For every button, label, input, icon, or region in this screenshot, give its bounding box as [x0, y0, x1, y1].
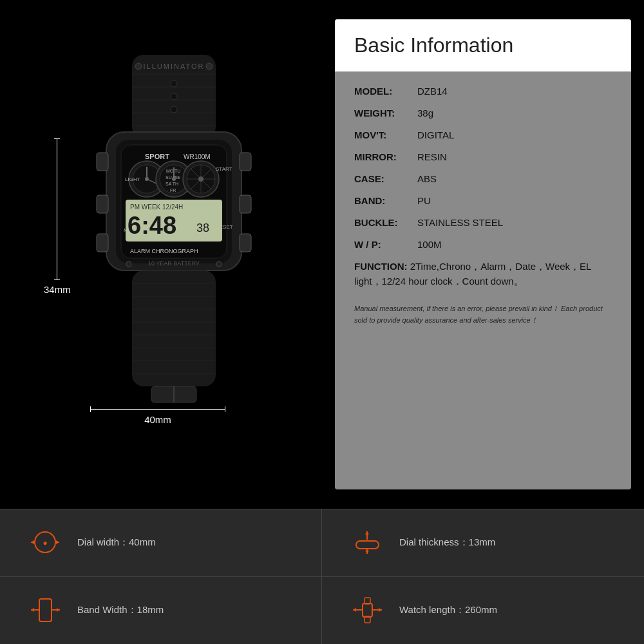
svg-point-53 [126, 261, 131, 267]
info-title-bar: Basic Information [335, 19, 631, 71]
info-val-3: RESIN [417, 150, 447, 164]
info-val-5: PU [417, 194, 431, 207]
main-content: 34mm 40mm [0, 0, 644, 509]
svg-text:ALARM    CHRONOGRAPH: ALARM CHRONOGRAPH [130, 248, 198, 254]
svg-rect-14 [97, 195, 108, 213]
svg-marker-69 [31, 540, 34, 544]
info-row-2: MOV'T:DIGITAL [354, 128, 612, 142]
svg-point-42 [198, 176, 204, 182]
svg-rect-17 [240, 195, 251, 213]
info-key-3: MIRROR: [354, 150, 412, 164]
info-row-3: MIRROR:RESIN [354, 150, 612, 164]
spec-label-3: Watch length：260mm [399, 604, 497, 616]
spec-label-2: Band Width：18mm [77, 604, 164, 616]
info-row-7: W / P:100M [354, 238, 612, 251]
svg-point-35 [172, 177, 176, 181]
info-body: MODEL:DZB14WEIGHT:38gMOV'T:DIGITALMIRROR… [335, 71, 631, 489]
svg-point-8 [171, 106, 177, 113]
svg-text:ILLUMINATOR: ILLUMINATOR [144, 62, 205, 70]
svg-text:38: 38 [196, 222, 209, 234]
info-val-7: 100M [417, 238, 442, 251]
info-row-0: MODEL:DZB14 [354, 84, 612, 98]
svg-rect-82 [363, 603, 372, 617]
info-panel: Basic Information MODEL:DZB14WEIGHT:38gM… [335, 19, 631, 489]
svg-text:SPORT: SPORT [145, 153, 169, 160]
svg-marker-86 [353, 608, 356, 612]
svg-point-7 [171, 93, 177, 100]
svg-text:6:48: 6:48 [128, 212, 176, 239]
svg-marker-76 [365, 551, 369, 554]
info-val-2: DIGITAL [417, 128, 454, 142]
svg-text:FR: FR [170, 188, 176, 193]
svg-rect-72 [356, 541, 379, 549]
info-row-6: BUCKLE:STAINLESS STEEL [354, 216, 612, 229]
info-key-6: BUCKLE: [354, 216, 412, 229]
spec-cell-3: Watch length：260mm [322, 577, 644, 645]
band-width-icon [26, 594, 64, 627]
svg-text:PM  WEEK  12/24H: PM WEEK 12/24H [130, 204, 183, 211]
svg-rect-77 [39, 599, 52, 621]
svg-text:●: ● [43, 538, 47, 547]
dial-thickness-icon [348, 527, 386, 559]
info-row-8: FUNCTION: 2Time,Chrono，Alarm，Date，Week，E… [354, 260, 612, 289]
specs-bar: ●Dial width：40mmDial thickness：13mmBand … [0, 509, 644, 644]
spec-label-0: Dial width：40mm [77, 536, 156, 549]
info-key-0: MODEL: [354, 84, 412, 98]
info-key-5: BAND: [354, 194, 412, 207]
svg-text:START: START [216, 166, 232, 172]
spec-label-1: Dial thickness：13mm [399, 536, 495, 549]
info-val-1: 38g [417, 106, 433, 120]
spec-cell-2: Band Width：18mm [0, 577, 322, 645]
info-key-7: W / P: [354, 238, 412, 251]
svg-rect-13 [97, 153, 108, 171]
dial-width-icon: ● [26, 527, 64, 559]
info-row-4: CASE:ABS [354, 172, 612, 185]
watch-container: 34mm 40mm [32, 35, 303, 473]
height-label: 34mm [44, 284, 71, 295]
svg-text:MO TU: MO TU [166, 169, 180, 173]
disclaimer: Manual measurement, if there is an error… [354, 303, 612, 326]
svg-marker-79 [31, 608, 34, 612]
spec-cell-0: ●Dial width：40mm [0, 509, 322, 577]
info-key-2: MOV'T: [354, 128, 412, 142]
svg-point-27 [145, 177, 149, 181]
svg-point-54 [216, 261, 222, 267]
svg-point-10 [135, 63, 142, 70]
info-val-0: DZB14 [417, 84, 448, 98]
svg-marker-71 [56, 540, 59, 544]
svg-marker-88 [379, 608, 382, 612]
svg-rect-55 [132, 270, 216, 386]
info-val-4: ABS [417, 172, 437, 185]
svg-text:WR100M: WR100M [184, 153, 211, 160]
info-row-5: BAND:PU [354, 194, 612, 207]
info-key-4: CASE: [354, 172, 412, 185]
info-key-function: FUNCTION: [354, 261, 408, 272]
info-row-1: WEIGHT:38g [354, 106, 612, 120]
svg-point-6 [171, 80, 177, 87]
info-title: Basic Information [354, 33, 612, 57]
svg-text:10 YEAR BATTERY: 10 YEAR BATTERY [148, 260, 200, 267]
watch-panel: 34mm 40mm [0, 0, 335, 509]
info-val-6: STAINLESS STEEL [417, 216, 503, 229]
svg-text:SA TH: SA TH [166, 182, 178, 186]
svg-rect-15 [97, 234, 108, 252]
watch-length-icon [348, 594, 386, 627]
svg-marker-75 [365, 531, 369, 535]
watch-image: ILLUMINATOR [71, 55, 277, 467]
svg-rect-16 [240, 153, 251, 171]
svg-point-11 [206, 63, 213, 70]
svg-marker-81 [57, 608, 60, 612]
svg-rect-18 [240, 234, 251, 252]
svg-text:LIGHT: LIGHT [125, 176, 140, 182]
height-dimension: 34mm [44, 138, 71, 295]
spec-cell-1: Dial thickness：13mm [322, 509, 644, 577]
info-key-1: WEIGHT: [354, 106, 412, 120]
